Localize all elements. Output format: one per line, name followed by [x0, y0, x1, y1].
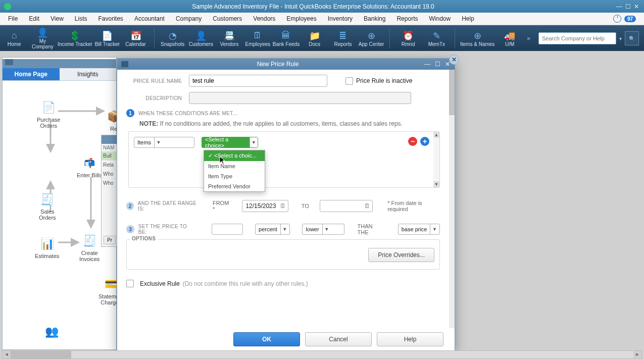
dialog-title: New Price Rule — [132, 61, 423, 68]
toolbar-vendors[interactable]: 📇Vendors — [215, 30, 243, 47]
toolbar-bill-tracker[interactable]: 📄Bill Tracker — [93, 30, 121, 47]
node-sales-orders[interactable]: 🧾Sales Orders — [39, 192, 56, 221]
toolbar-bank-feeds[interactable]: 🏛Bank Feeds — [272, 30, 300, 47]
toolbar-employees[interactable]: 🗓Employees — [243, 30, 272, 47]
dropdown-option[interactable]: Preferred Vendor — [204, 181, 265, 191]
scroll-right-icon[interactable]: ► — [633, 351, 641, 358]
close-icon[interactable]: ✕ — [634, 3, 639, 10]
menu-window[interactable]: Window — [424, 14, 456, 24]
menu-view[interactable]: View — [45, 14, 69, 24]
add-condition-button[interactable]: + — [420, 137, 429, 146]
toolbar-app-center[interactable]: ⊕App Center — [357, 30, 385, 47]
toolbar-my-company[interactable]: 👤My Company — [28, 27, 57, 49]
search-button[interactable]: 🔍 — [625, 31, 639, 45]
exclusive-checkbox[interactable] — [126, 280, 134, 287]
dialog-scrollbar-thumb[interactable] — [449, 70, 455, 115]
calendar-icon[interactable]: 🗓 — [280, 202, 286, 210]
toolbar-items-names[interactable]: ⊕Items & Names — [459, 30, 496, 47]
remove-condition-button[interactable]: − — [408, 137, 417, 146]
dialog-minimize-icon[interactable]: — — [423, 61, 431, 68]
price-direction-dropdown[interactable]: lower▼ — [302, 224, 344, 235]
dropdown-option[interactable]: Item Type — [204, 171, 265, 181]
node-create-invoices[interactable]: 🧾Create Invoices — [79, 233, 100, 262]
toolbar-rmnd[interactable]: ⏰Rmnd — [394, 30, 422, 47]
window-menu-icon[interactable] — [5, 59, 13, 65]
h-scrollbar-thumb[interactable] — [11, 351, 71, 358]
list-item[interactable]: Who — [102, 170, 118, 179]
calendar-icon[interactable]: 🗓 — [364, 202, 370, 210]
dropdown-option[interactable]: <Select a choic... — [204, 150, 265, 161]
tab-home-page[interactable]: Home Page — [3, 68, 60, 80]
price-base-dropdown[interactable]: base price▼ — [398, 224, 440, 235]
menu-company[interactable]: Company — [171, 14, 207, 24]
menu-customers[interactable]: Customers — [208, 14, 247, 24]
toolbar-income-tracker[interactable]: 💲Income Tracker — [57, 30, 93, 47]
node-purchase-orders[interactable]: 📄Purchase Orders — [37, 100, 60, 129]
toolbar-customers[interactable]: 👤Customers — [187, 30, 215, 47]
node-misc[interactable]: 👥 — [44, 324, 59, 341]
node-enter-bills[interactable]: 📬Enter Bills — [77, 156, 102, 178]
chevron-down-icon: ▼ — [154, 137, 163, 147]
menu-employees[interactable]: Employees — [281, 14, 321, 24]
list-button[interactable]: Pr — [104, 236, 116, 244]
chevron-down-icon[interactable]: ▾ — [619, 36, 622, 41]
price-rule-name-input[interactable] — [189, 75, 327, 87]
toolbar-snapshots[interactable]: ◔Snapshots — [159, 30, 187, 47]
chevron-down-icon: ▼ — [322, 224, 331, 234]
node-estimates[interactable]: 📊Estimates — [35, 236, 59, 259]
price-amount-input[interactable] — [212, 224, 243, 235]
toolbar-calendar[interactable]: 📅Calendar — [122, 30, 150, 47]
home-window-titlebar[interactable] — [3, 59, 116, 68]
dialog-titlebar[interactable]: New Price Rule — ☐ ✕ — [117, 59, 455, 70]
menu-file[interactable]: File — [3, 14, 23, 24]
reminders-clock-icon[interactable] — [613, 15, 621, 23]
menu-favorites[interactable]: Favorites — [93, 14, 128, 24]
dialog-scrollbar[interactable] — [449, 70, 455, 328]
price-unit-dropdown[interactable]: percent▼ — [255, 224, 290, 235]
search-icon: 🔍 — [629, 36, 635, 41]
dropdown-option[interactable]: Item Name — [204, 161, 265, 171]
search-input[interactable] — [538, 32, 616, 44]
menu-lists[interactable]: Lists — [70, 14, 92, 24]
menu-banking[interactable]: Banking — [359, 14, 390, 24]
list-item[interactable]: Who — [102, 179, 118, 188]
to-date-input[interactable]: 🗓 — [320, 200, 373, 212]
menu-help[interactable]: Help — [457, 14, 479, 24]
list-window-titlebar[interactable] — [102, 135, 118, 144]
toolbar-reports[interactable]: ≣Reports — [329, 30, 357, 47]
description-input[interactable] — [189, 92, 411, 104]
tab-insights[interactable]: Insights — [60, 68, 117, 80]
toolbar-docs[interactable]: 📁Docs — [301, 30, 329, 47]
condition-type-dropdown[interactable]: Items ▼ — [134, 137, 194, 148]
workspace-h-scrollbar[interactable]: ◄ ► — [2, 350, 642, 359]
menu-inventory[interactable]: Inventory — [323, 14, 358, 24]
condition-field-dropdown[interactable]: <Select a choice> ▼ — [202, 137, 258, 148]
list-item[interactable]: Buil — [102, 151, 118, 161]
scroll-left-icon[interactable]: ◄ — [3, 351, 11, 358]
toolbar-overflow-icon[interactable]: » — [524, 35, 533, 42]
cancel-button[interactable]: Cancel — [305, 332, 372, 346]
dialog-menu-icon[interactable] — [121, 61, 128, 67]
menu-accountant[interactable]: Accountant — [129, 14, 170, 24]
from-date-input[interactable]: 12/15/2023 🗓 — [242, 200, 288, 212]
scroll-down-icon[interactable]: ▼ — [433, 181, 439, 187]
menu-vendors[interactable]: Vendors — [248, 14, 280, 24]
chevron-down-icon: ▼ — [250, 137, 258, 147]
conditions-scrollbar[interactable]: ▲ ▼ — [433, 132, 439, 187]
dialog-close-icon[interactable]: ✕ — [443, 61, 452, 68]
scroll-up-icon[interactable]: ▲ — [433, 132, 439, 138]
list-item[interactable]: Reta — [102, 161, 118, 170]
dialog-maximize-icon[interactable]: ☐ — [433, 61, 441, 68]
minimize-icon[interactable]: — — [616, 3, 622, 10]
inactive-checkbox[interactable] — [345, 77, 353, 85]
toolbar-um[interactable]: 🚚U/M — [496, 30, 524, 47]
toolbar-memtx[interactable]: ✎MemTx — [422, 30, 451, 47]
reminders-badge[interactable]: 97 — [624, 16, 636, 22]
help-button[interactable]: Help — [377, 332, 443, 346]
maximize-icon[interactable]: ☐ — [625, 3, 631, 10]
menu-edit[interactable]: Edit — [24, 14, 44, 24]
ok-button[interactable]: OK — [233, 332, 300, 346]
price-overrides-button[interactable]: Price Overrides... — [368, 248, 434, 262]
toolbar-home[interactable]: ⌂Home — [0, 30, 28, 47]
menu-reports[interactable]: Reports — [391, 14, 423, 24]
